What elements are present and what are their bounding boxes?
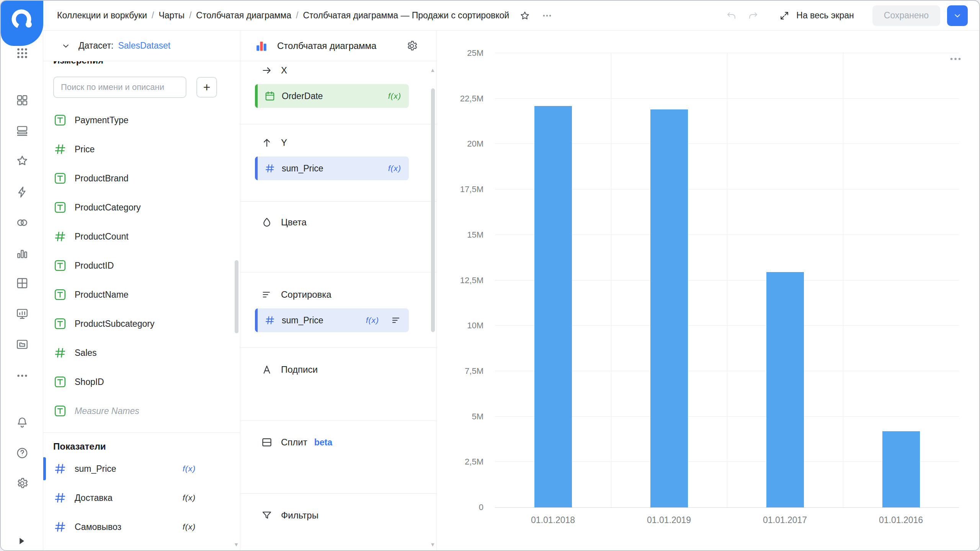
breadcrumb-item[interactable]: Коллекции и воркбуки bbox=[57, 10, 147, 21]
config-section-y: Ysum_Pricef(x) bbox=[240, 124, 436, 202]
topbar-actions: На весь экран Сохранено bbox=[725, 5, 968, 26]
table-icon[interactable] bbox=[1, 276, 43, 291]
fullscreen-label[interactable]: На весь экран bbox=[796, 10, 854, 21]
y-axis-tick-label: 5M bbox=[472, 412, 483, 422]
scroll-up-icon[interactable]: ▲ bbox=[430, 67, 435, 73]
app-window: Коллекции и воркбуки/Чарты/Столбчатая ди… bbox=[0, 0, 980, 551]
bell-icon[interactable] bbox=[1, 415, 43, 430]
section-label-row: Y bbox=[240, 135, 436, 150]
config-section-сортировка: Сортировкаsum_Pricef(x) bbox=[240, 272, 436, 348]
letter-a-icon bbox=[261, 364, 273, 375]
monitor-icon[interactable] bbox=[1, 306, 43, 321]
y-axis-tick-label: 22,5M bbox=[460, 94, 483, 104]
field-chip[interactable]: sum_Pricef(x) bbox=[255, 308, 409, 332]
more-actions-icon[interactable] bbox=[541, 9, 554, 22]
field-name: Доставка bbox=[75, 493, 175, 503]
string-type-icon bbox=[53, 317, 67, 331]
dataset-field[interactable]: ProductCategory bbox=[43, 193, 240, 222]
column-chart-type-icon[interactable] bbox=[255, 39, 268, 52]
top-bar: Коллекции и воркбуки/Чарты/Столбчатая ди… bbox=[43, 1, 979, 31]
add-field-button[interactable]: + bbox=[196, 77, 217, 98]
string-type-icon bbox=[53, 375, 67, 389]
dataset-field[interactable]: ProductID bbox=[43, 251, 240, 280]
dataset-scrollbar[interactable] bbox=[235, 260, 238, 333]
x-axis-tick-label: 01.01.2016 bbox=[879, 515, 923, 525]
fullscreen-icon[interactable] bbox=[778, 9, 791, 22]
number-type-icon bbox=[53, 520, 67, 534]
field-chip[interactable]: sum_Pricef(x) bbox=[255, 156, 409, 180]
field-name: ProductID bbox=[75, 261, 114, 271]
redo-icon[interactable] bbox=[746, 9, 760, 22]
bar-chart-icon[interactable] bbox=[1, 246, 43, 261]
section-label: Подписи bbox=[281, 364, 318, 375]
star-icon[interactable] bbox=[1, 153, 43, 168]
dataset-name-link[interactable]: SalesDataset bbox=[118, 41, 170, 51]
save-button[interactable]: Сохранено bbox=[872, 5, 940, 26]
active-indicator bbox=[43, 457, 46, 480]
section-label-row: Сортировка bbox=[240, 287, 436, 302]
dataset-field[interactable]: Sales bbox=[43, 338, 240, 367]
chart-area: 02,5M5M7,5M10M12,5M15M17,5M20M22,5M25M01… bbox=[437, 31, 979, 550]
dataset-field[interactable]: ProductBrand bbox=[43, 164, 240, 193]
dataset-field[interactable]: Price bbox=[43, 135, 240, 164]
layers-icon[interactable] bbox=[1, 123, 43, 139]
undo-icon[interactable] bbox=[725, 9, 738, 22]
dataset-field[interactable]: ProductName bbox=[43, 280, 240, 309]
bar[interactable] bbox=[766, 272, 804, 507]
y-axis-tick-label: 7,5M bbox=[465, 366, 483, 376]
dataset-field[interactable]: ShopID bbox=[43, 367, 240, 396]
scroll-down-icon[interactable]: ▼ bbox=[430, 542, 435, 547]
bar[interactable] bbox=[882, 431, 920, 507]
scroll-down-icon[interactable]: ▼ bbox=[234, 542, 239, 547]
measure-list: sum_Pricef(x)Доставкаf(x)Самовывозf(x) bbox=[43, 454, 240, 541]
breadcrumb-item[interactable]: Столбчатая диаграмма — Продажи с сортиро… bbox=[303, 10, 509, 21]
beta-badge: beta bbox=[314, 437, 332, 448]
box-icon[interactable] bbox=[1, 337, 43, 352]
more-icon[interactable] bbox=[1, 368, 43, 383]
config-scrollbar[interactable] bbox=[431, 88, 435, 332]
config-section-x: XOrderDatef(x) bbox=[240, 61, 436, 124]
y-axis-tick-label: 12,5M bbox=[460, 276, 483, 285]
dataset-field[interactable]: PaymentType bbox=[43, 106, 240, 135]
chevron-down-icon[interactable] bbox=[61, 41, 71, 51]
section-label-row: Подписи bbox=[240, 362, 436, 377]
help-icon[interactable] bbox=[1, 445, 43, 461]
chip-field-name: sum_Price bbox=[282, 163, 323, 174]
y-axis-tick-label: 20M bbox=[467, 139, 483, 149]
sort-order-icon[interactable] bbox=[390, 315, 401, 326]
chart-plot: 02,5M5M7,5M10M12,5M15M17,5M20M22,5M25M01… bbox=[495, 53, 959, 508]
measure-field[interactable]: Доставкаf(x) bbox=[43, 483, 240, 512]
favorite-star-icon[interactable] bbox=[518, 9, 531, 22]
dataset-field[interactable]: ProductSubcategory bbox=[43, 309, 240, 338]
rings-icon[interactable] bbox=[1, 215, 43, 230]
apps-grid-icon[interactable] bbox=[1, 46, 43, 61]
field-name: ProductName bbox=[75, 290, 129, 300]
number-type-icon bbox=[53, 346, 67, 360]
x-axis-tick-label: 01.01.2019 bbox=[647, 515, 691, 525]
dataset-field[interactable]: Measure Names bbox=[43, 396, 240, 425]
field-search-input[interactable] bbox=[53, 77, 186, 98]
field-chip[interactable]: OrderDatef(x) bbox=[255, 84, 409, 108]
collapse-rail-icon[interactable] bbox=[16, 536, 27, 546]
bar[interactable] bbox=[534, 106, 572, 507]
breadcrumb-item[interactable]: Чарты bbox=[158, 10, 184, 21]
bolt-icon[interactable] bbox=[1, 184, 43, 200]
measure-field[interactable]: Самовывозf(x) bbox=[43, 512, 240, 541]
chip-field-name: sum_Price bbox=[282, 315, 323, 326]
dataset-field[interactable]: ProductCount bbox=[43, 222, 240, 251]
string-type-icon bbox=[53, 113, 67, 127]
number-type-icon bbox=[264, 163, 276, 174]
save-dropdown-button[interactable] bbox=[947, 5, 968, 26]
breadcrumb-item[interactable]: Столбчатая диаграмма bbox=[196, 10, 291, 21]
left-rail bbox=[1, 1, 43, 550]
field-name: sum_Price bbox=[75, 464, 175, 474]
gear-icon[interactable] bbox=[1, 476, 43, 491]
field-name: Sales bbox=[75, 348, 97, 358]
tiles-icon[interactable] bbox=[1, 93, 43, 108]
string-type-icon bbox=[53, 404, 67, 418]
bar[interactable] bbox=[650, 109, 688, 507]
measure-field[interactable]: sum_Pricef(x) bbox=[43, 454, 240, 483]
chart-settings-gear-icon[interactable] bbox=[406, 40, 418, 52]
drop-icon bbox=[261, 217, 273, 228]
datalens-logo[interactable] bbox=[1, 1, 43, 46]
